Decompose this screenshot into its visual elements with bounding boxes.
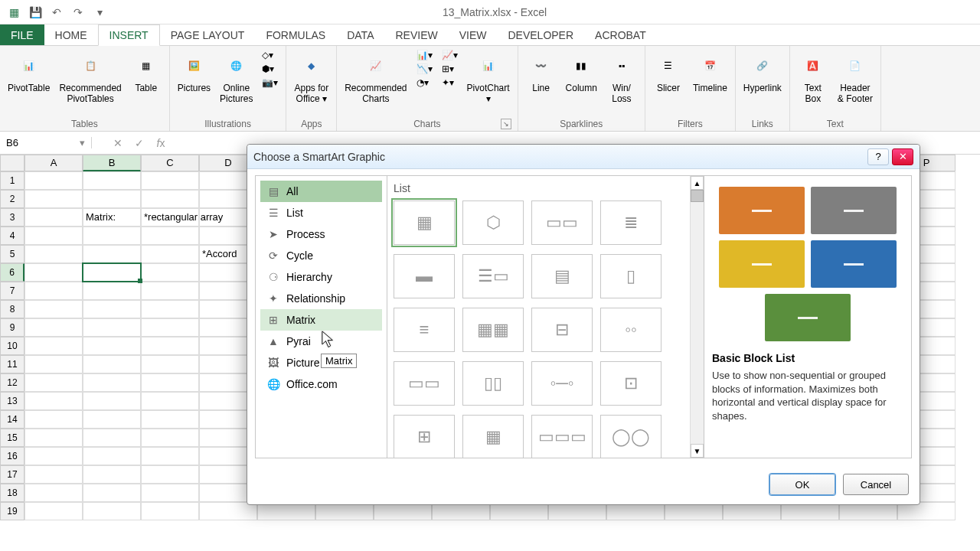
col-header[interactable]: C [141, 155, 199, 171]
layout-option-2[interactable]: ⬡ [462, 201, 524, 245]
layout-option-8[interactable]: ▯ [600, 254, 662, 298]
category-all[interactable]: ▤All [260, 181, 382, 202]
undo-icon[interactable]: ↶ [49, 5, 64, 20]
layout-option-17[interactable]: ⊞ [394, 415, 455, 458]
row-header[interactable]: 1 [0, 171, 24, 190]
row-header[interactable]: 15 [0, 429, 24, 447]
category-process[interactable]: ➤Process [260, 223, 382, 245]
cell-C10[interactable] [141, 337, 199, 355]
cell-B12[interactable] [83, 373, 141, 392]
row-header[interactable]: 6 [0, 263, 24, 282]
cell-A13[interactable] [24, 392, 83, 410]
category-list[interactable]: ☰List [260, 202, 382, 223]
row-header[interactable]: 14 [0, 410, 24, 429]
row-header[interactable]: 12 [0, 373, 24, 392]
chart-type-4[interactable]: 📈▾ [439, 49, 461, 61]
online-pictures-button[interactable]: 🌐Online Pictures [217, 49, 256, 106]
cell-A6[interactable] [24, 263, 83, 282]
category-office-com[interactable]: 🌐Office.com [260, 373, 382, 395]
cell-A5[interactable] [24, 245, 83, 263]
header-footer-button[interactable]: 📄Header & Footer [835, 49, 876, 106]
row-header[interactable]: 19 [0, 502, 24, 520]
row-header[interactable]: 18 [0, 484, 24, 502]
cell-B10[interactable] [83, 337, 141, 355]
layout-option-16[interactable]: ⊡ [600, 361, 662, 406]
layout-option-9[interactable]: ≡ [394, 308, 455, 352]
chart-type-5[interactable]: ⊞▾ [439, 63, 461, 75]
enter-formula-icon[interactable]: ✓ [129, 137, 150, 149]
cell-B15[interactable] [83, 429, 141, 447]
scroll-down-icon[interactable]: ▼ [691, 444, 704, 458]
cell-B3[interactable]: Matrix: [83, 208, 141, 227]
category-matrix[interactable]: ⊞Matrix [260, 309, 382, 331]
cell-C1[interactable] [141, 171, 199, 190]
cell-B4[interactable] [83, 227, 141, 245]
tab-home[interactable]: HOME [44, 24, 98, 45]
pivotchart-button[interactable]: 📊PivotChart ▾ [464, 49, 513, 106]
row-header[interactable]: 3 [0, 208, 24, 227]
cell-C6[interactable] [141, 263, 199, 282]
hyperlink-button[interactable]: 🔗Hyperlink [740, 49, 785, 95]
cell-C11[interactable] [141, 355, 199, 373]
tab-developer[interactable]: DEVELOPER [497, 24, 584, 45]
cell-B13[interactable] [83, 392, 141, 410]
cell-A7[interactable] [24, 282, 83, 300]
row-header[interactable]: 10 [0, 337, 24, 355]
cell-A2[interactable] [24, 190, 83, 208]
layout-option-6[interactable]: ☰▭ [462, 254, 524, 298]
layout-option-3[interactable]: ▭▭ [531, 201, 593, 245]
cell-A14[interactable] [24, 410, 83, 429]
cell-A12[interactable] [24, 373, 83, 392]
timeline-button[interactable]: 📅Timeline [690, 49, 730, 95]
cell-B19[interactable] [83, 502, 141, 520]
textbox-button[interactable]: 🅰️Text Box [795, 49, 831, 106]
cell-C14[interactable] [141, 410, 199, 429]
apps-for-office-button[interactable]: ◆Apps for Office ▾ [291, 49, 332, 106]
category-hierarchy[interactable]: ⚆Hierarchy [260, 266, 382, 288]
redo-icon[interactable]: ↷ [70, 5, 86, 20]
cell-A11[interactable] [24, 355, 83, 373]
tab-view[interactable]: VIEW [449, 24, 498, 45]
cell-C18[interactable] [141, 484, 199, 502]
tab-file[interactable]: FILE [0, 24, 44, 45]
pictures-button[interactable]: 🖼️Pictures [175, 49, 214, 95]
layout-option-13[interactable]: ▭▭ [394, 361, 455, 406]
recommended-charts-button[interactable]: 📈Recommended Charts [341, 49, 410, 106]
cell-C5[interactable] [141, 245, 199, 263]
layout-option-10[interactable]: ▦▦ [462, 308, 524, 352]
row-header[interactable]: 13 [0, 392, 24, 410]
cell-C15[interactable] [141, 429, 199, 447]
cell-C13[interactable] [141, 392, 199, 410]
chart-type-6[interactable]: ✦▾ [439, 77, 461, 89]
layout-option-5[interactable]: ▬ [394, 254, 455, 298]
row-header[interactable]: 8 [0, 300, 24, 318]
cancel-formula-icon[interactable]: ✕ [107, 137, 129, 149]
cell-A10[interactable] [24, 337, 83, 355]
name-box[interactable]: B6▾ [0, 137, 92, 148]
help-icon[interactable]: ? [867, 148, 889, 165]
cell-C17[interactable] [141, 465, 199, 484]
layout-option-18[interactable]: ▦ [462, 415, 524, 458]
tab-insert[interactable]: INSERT [98, 24, 160, 46]
row-header[interactable]: 5 [0, 245, 24, 263]
gallery-scrollbar[interactable]: ▲ ▼ [690, 176, 704, 458]
tab-acrobat[interactable]: ACROBAT [584, 24, 657, 45]
layout-option-4[interactable]: ≣ [600, 201, 662, 245]
layout-option-14[interactable]: ▯▯ [462, 361, 524, 406]
cell-A1[interactable] [24, 171, 83, 190]
screenshot-button[interactable]: 📷▾ [259, 77, 281, 89]
tab-review[interactable]: REVIEW [384, 24, 448, 45]
chart-type-3[interactable]: ◔▾ [413, 77, 436, 89]
cell-A15[interactable] [24, 429, 83, 447]
layout-option-20[interactable]: ◯◯ [600, 415, 662, 458]
cell-A19[interactable] [24, 502, 83, 520]
category-cycle[interactable]: ⟳Cycle [260, 245, 382, 266]
cell-A8[interactable] [24, 300, 83, 318]
cell-A18[interactable] [24, 484, 83, 502]
cell-C7[interactable] [141, 282, 199, 300]
category-relationship[interactable]: ✦Relationship [260, 288, 382, 309]
cell-B8[interactable] [83, 300, 141, 318]
recommended-pivottables-button[interactable]: 📋Recommended PivotTables [56, 49, 124, 106]
cell-B11[interactable] [83, 355, 141, 373]
cell-B7[interactable] [83, 282, 141, 300]
